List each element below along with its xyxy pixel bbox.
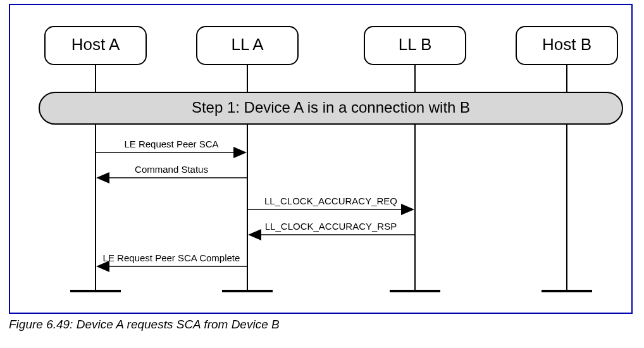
diagram-frame: Host A LL A LL B Host B Step 1: Device A… [9,4,633,314]
lifeline-host-b-label: Host B [542,35,591,54]
figure-caption: Figure 6.49: Device A requests SCA from … [9,318,280,332]
msg-ll-clock-accuracy-rsp-label: LL_CLOCK_ACCURACY_RSP [265,221,397,232]
msg-ll-clock-accuracy-req-label: LL_CLOCK_ACCURACY_REQ [264,196,397,206]
msg-le-request-peer-sca-label: LE Request Peer SCA [124,139,218,149]
lifeline-host-a-label: Host A [71,35,120,54]
step-banner-text: Step 1: Device A is in a connection with… [192,99,470,116]
msg-command-status-label: Command Status [135,164,208,175]
lifeline-ll-a-label: LL A [231,35,264,54]
lifeline-ll-b-label: LL B [399,35,432,54]
msg-le-request-peer-sca-complete-label: LE Request Peer SCA Complete [103,252,240,263]
